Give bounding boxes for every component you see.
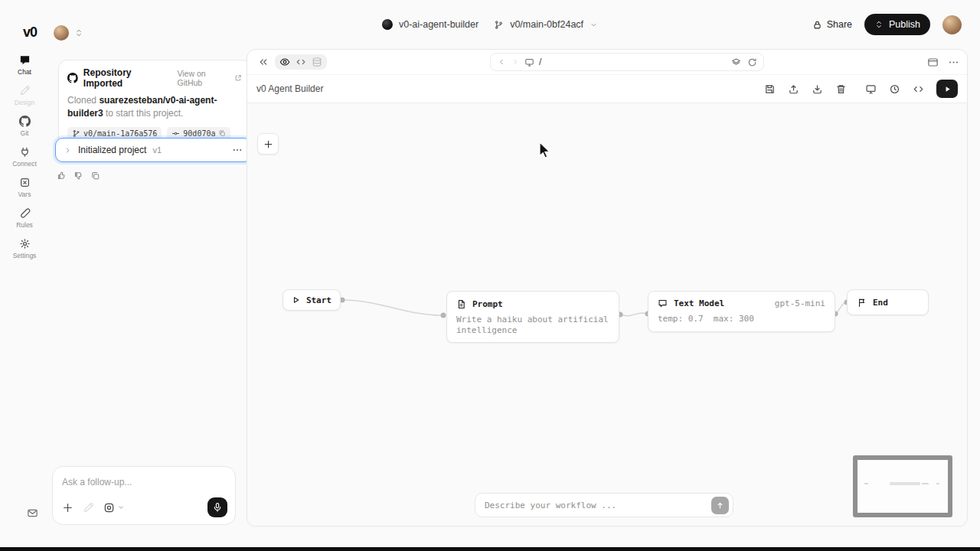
collapse-sidebar-button[interactable] <box>255 57 272 67</box>
add-node-button[interactable] <box>257 133 279 155</box>
preview-toolbar: / <box>247 50 967 75</box>
share-button[interactable]: Share <box>812 19 852 30</box>
branch-icon <box>72 129 80 138</box>
url-path[interactable]: / <box>539 57 727 67</box>
workflow-canvas[interactable]: Start Prompt Write a haiku about artific… <box>247 103 967 526</box>
publish-label: Publish <box>889 19 920 30</box>
node-title: Text Model <box>674 298 724 308</box>
arrow-up-icon <box>716 501 724 510</box>
delete-button[interactable] <box>835 83 847 95</box>
feedback-mail-button[interactable] <box>27 507 38 519</box>
view-code-button[interactable] <box>913 83 924 95</box>
thumbs-up-button[interactable] <box>57 171 67 181</box>
workflow-prompt-input[interactable] <box>485 500 711 510</box>
version-menu-button[interactable] <box>232 145 243 155</box>
sources-dropdown[interactable] <box>103 502 125 514</box>
version-item-initialized-project[interactable]: Initialized project v1 <box>55 138 251 162</box>
project-chip[interactable]: v0-ai-agent-builder <box>382 19 479 30</box>
voice-input-button[interactable] <box>207 497 227 517</box>
save-workflow-button[interactable] <box>764 83 776 95</box>
layers-icon[interactable] <box>731 57 741 67</box>
team-switcher[interactable] <box>54 25 83 41</box>
rail-item-chat[interactable]: Chat <box>0 54 49 76</box>
more-options-button[interactable] <box>948 57 959 68</box>
rail-label: Settings <box>13 252 37 259</box>
account-avatar[interactable] <box>942 15 962 34</box>
rail-label: Connect <box>12 160 37 168</box>
code-view-button[interactable] <box>296 57 306 67</box>
design-mode-button[interactable] <box>83 502 94 514</box>
play-outline-icon <box>292 295 300 305</box>
upload-icon <box>788 83 799 95</box>
copy-message-button[interactable] <box>90 171 100 181</box>
chevrons-left-icon <box>258 57 269 67</box>
thumbs-down-button[interactable] <box>74 171 83 181</box>
github-icon <box>19 116 31 127</box>
import-button[interactable] <box>812 83 823 95</box>
node-end[interactable]: End <box>847 289 929 315</box>
rail-item-rules[interactable]: Rules <box>0 207 49 229</box>
download-icon <box>812 83 823 95</box>
add-attachment-button[interactable] <box>62 502 74 514</box>
file-icon <box>456 299 466 309</box>
view-mode-toggle <box>275 54 327 70</box>
workflow-prompt-bar <box>475 493 733 517</box>
topbar-actions: Share Publish <box>812 0 962 49</box>
canvas-minimap[interactable] <box>853 455 952 517</box>
node-text-model[interactable]: Text Model gpt-5-mini temp: 0.7 max: 300 <box>648 291 835 332</box>
commit-badge-label: 90d070a <box>183 129 215 138</box>
trash-icon <box>835 83 847 95</box>
node-prompt[interactable]: Prompt Write a haiku about artificial in… <box>446 291 619 343</box>
branch-name: v0/main-0bf24acf <box>510 19 583 30</box>
rail-label: Design <box>15 99 34 106</box>
nav-forward-button[interactable] <box>511 57 520 67</box>
connector-dot[interactable] <box>441 313 446 318</box>
node-start[interactable]: Start <box>283 289 341 311</box>
branch-selector[interactable]: v0/main-0bf24acf <box>494 19 598 30</box>
rail-label: Git <box>21 129 29 137</box>
database-view-button[interactable] <box>312 57 322 67</box>
run-workflow-button[interactable] <box>936 80 958 98</box>
publish-button[interactable]: Publish <box>864 14 930 35</box>
chevron-down-icon <box>590 21 598 29</box>
view-on-github-link[interactable]: View on GitHub <box>177 69 242 87</box>
sources-icon <box>103 502 115 514</box>
export-button[interactable] <box>788 83 799 95</box>
device-monitor-icon[interactable] <box>524 57 534 67</box>
workflow-submit-button[interactable] <box>711 497 729 514</box>
chat-bubble-icon <box>658 298 668 308</box>
history-button[interactable] <box>889 83 900 95</box>
rail-item-connect[interactable]: Connect <box>0 146 49 168</box>
rail-item-vars[interactable]: Vars <box>0 177 49 198</box>
version-tag: v1 <box>152 145 162 155</box>
node-title: Prompt <box>472 299 503 309</box>
followup-input[interactable] <box>62 477 226 487</box>
design-icon <box>19 85 31 96</box>
copy-icon[interactable] <box>218 129 226 137</box>
microphone-icon <box>212 502 223 513</box>
preview-eye-button[interactable] <box>279 57 290 67</box>
preview-panel: / v0 Agent Builder <box>247 49 968 527</box>
v0-logo[interactable]: v0 <box>23 24 37 41</box>
mouse-cursor <box>538 142 554 158</box>
minimap-node-mark <box>864 483 868 484</box>
play-icon <box>943 85 952 93</box>
repo-card-body: Cloned suarezesteban/v0-ai-agent-builder… <box>67 94 242 120</box>
share-label: Share <box>827 19 852 30</box>
builder-header: v0 Agent Builder <box>247 75 967 103</box>
open-in-window-button[interactable] <box>927 57 939 68</box>
chevron-right-icon[interactable] <box>64 146 72 155</box>
flag-icon <box>857 298 867 308</box>
nav-back-button[interactable] <box>497 57 506 67</box>
refresh-button[interactable] <box>747 57 757 67</box>
commit-icon <box>172 129 180 138</box>
node-title: Start <box>306 295 332 305</box>
rail-item-git[interactable]: Git <box>0 116 49 137</box>
user-avatar <box>54 25 69 41</box>
preview-output-button[interactable] <box>865 83 877 95</box>
rail-item-settings[interactable]: Settings <box>0 238 49 259</box>
branch-icon <box>494 20 504 30</box>
chat-composer <box>52 466 236 525</box>
rail-item-design[interactable]: Design <box>0 85 49 106</box>
node-model-params: temp: 0.7 max: 300 <box>658 314 825 324</box>
